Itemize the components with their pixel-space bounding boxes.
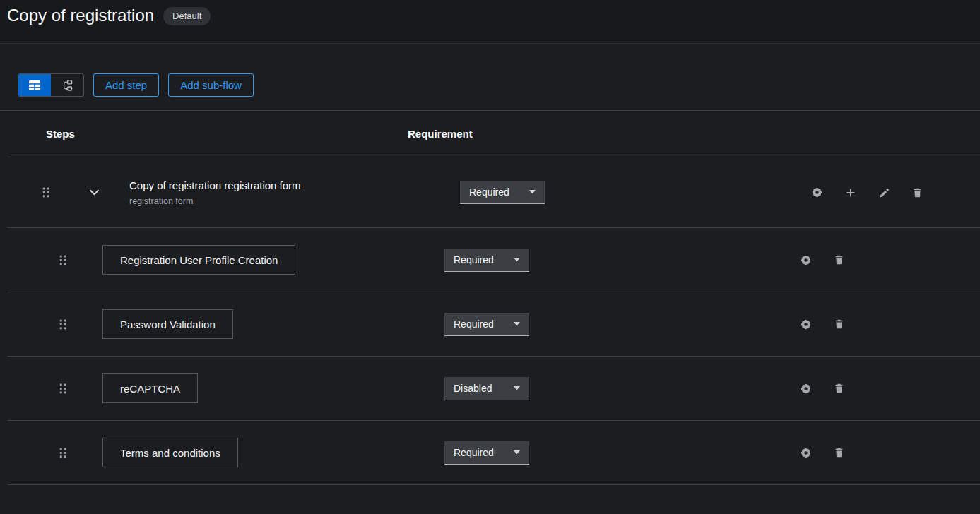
chevron-down-icon [90,189,99,196]
trash-icon[interactable] [834,318,844,330]
drag-handle[interactable] [42,187,49,198]
gear-icon[interactable] [800,318,812,330]
row-divider [7,484,980,485]
drag-handle[interactable] [59,383,66,394]
pencil-icon[interactable] [879,187,890,198]
row-actions [800,318,980,330]
table-row-step: Registration User Profile Creation Requi… [0,228,980,292]
requirement-value: Required [454,318,494,330]
trash-icon[interactable] [834,383,844,394]
add-step-button[interactable]: Add step [93,73,159,97]
row-actions [800,447,980,459]
table-header-row: Steps Requirement [0,111,980,157]
step-name-box: Registration User Profile Creation [102,245,295,275]
trash-icon[interactable] [834,254,844,265]
drag-handle[interactable] [59,448,66,458]
page-title: Copy of registration [7,5,154,26]
gear-icon[interactable] [800,383,812,395]
view-toggle-group [18,73,84,97]
flow-name-cell: Copy of registration registration form r… [129,179,460,206]
requirement-value: Required [454,447,494,458]
step-name-cell: reCAPTCHA [102,373,444,403]
flow-subtitle: registration form [129,196,460,206]
gear-icon[interactable] [811,186,823,198]
step-name-box: Terms and conditions [102,438,238,467]
requirement-value: Disabled [454,383,492,394]
caret-down-icon [514,258,520,262]
column-header-requirement: Requirement [408,128,473,140]
row-actions [800,254,980,266]
requirement-select[interactable]: Required [444,249,529,272]
step-name-cell: Registration User Profile Creation [102,245,444,275]
trash-icon[interactable] [912,187,923,198]
requirement-select[interactable]: Required [444,313,529,336]
diagram-icon [61,80,73,91]
trash-icon[interactable] [834,447,844,458]
row-actions [811,186,980,198]
requirement-value: Required [454,254,494,265]
caret-down-icon [529,190,536,194]
gear-icon[interactable] [800,447,812,459]
caret-down-icon [514,386,520,390]
page-header: Copy of registration Default [0,0,980,44]
gear-icon[interactable] [800,254,812,266]
column-header-steps: Steps [46,128,408,140]
requirement-select[interactable]: Required [444,441,529,465]
table-row-step: Password Validation Required [0,292,980,356]
drag-handle[interactable] [59,319,66,330]
default-badge: Default [163,7,211,25]
add-subflow-button[interactable]: Add sub-flow [168,73,254,97]
table-icon [29,80,40,90]
step-name-box: Password Validation [102,309,233,339]
step-name-cell: Terms and conditions [102,438,444,467]
requirement-select[interactable]: Required [460,181,545,204]
drag-handle[interactable] [59,255,66,265]
table-row-step: reCAPTCHA Disabled [0,357,980,420]
table-view-toggle[interactable] [18,74,51,96]
diagram-view-toggle[interactable] [51,74,83,96]
plus-icon[interactable] [845,187,856,198]
caret-down-icon [514,322,520,326]
table-row-flow: Copy of registration registration form r… [0,157,980,227]
caret-down-icon [514,450,520,455]
requirement-select[interactable]: Disabled [444,377,529,400]
expand-toggle[interactable] [90,189,99,196]
row-actions [800,383,980,395]
requirement-value: Required [469,186,509,198]
step-name-box: reCAPTCHA [102,373,198,403]
table-row-step: Terms and conditions Required [0,421,980,484]
flow-toolbar: Add step Add sub-flow [18,73,980,97]
step-name-cell: Password Validation [102,309,444,339]
flow-title: Copy of registration registration form [129,179,460,193]
